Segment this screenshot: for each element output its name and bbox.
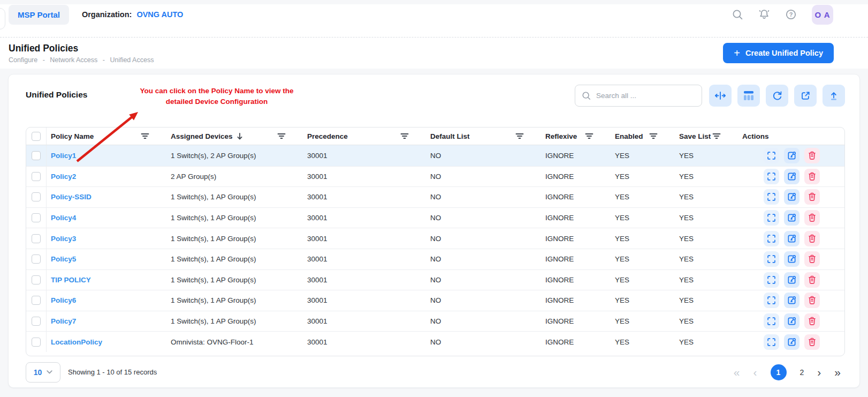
expand-icon[interactable]	[764, 148, 779, 163]
row-checkbox[interactable]	[32, 296, 41, 305]
filter-icon[interactable]	[141, 133, 149, 139]
delete-icon[interactable]	[804, 148, 820, 163]
row-checkbox[interactable]	[32, 254, 41, 264]
filter-icon[interactable]	[400, 133, 409, 139]
refresh-icon[interactable]	[766, 85, 788, 107]
edit-icon[interactable]	[784, 231, 800, 246]
column-resize-icon[interactable]	[709, 85, 732, 107]
default-list-cell: NO	[426, 235, 541, 243]
row-checkbox[interactable]	[32, 275, 41, 284]
policy-name-link[interactable]: Policy4	[51, 214, 76, 222]
last-page-icon[interactable]: »	[834, 366, 841, 378]
create-unified-policy-button[interactable]: + Create Unified Policy	[723, 43, 834, 63]
delete-icon[interactable]	[804, 251, 820, 267]
bell-icon[interactable]	[758, 9, 770, 20]
filter-icon[interactable]	[585, 133, 593, 139]
policy-name-link[interactable]: TIP POLICY	[51, 276, 91, 284]
edit-icon[interactable]	[784, 210, 800, 226]
expand-icon[interactable]	[764, 313, 779, 329]
policy-name-link[interactable]: Policy-SSID	[51, 193, 92, 201]
row-checkbox[interactable]	[32, 151, 41, 160]
select-all-checkbox[interactable]	[32, 132, 41, 141]
edit-icon[interactable]	[784, 293, 800, 308]
page-header: Unified Policies Configure - Network Acc…	[0, 38, 868, 69]
delete-icon[interactable]	[804, 313, 820, 329]
policy-name-link[interactable]: Policy1	[51, 152, 76, 160]
search-input[interactable]	[596, 92, 695, 100]
precedence-cell: 30001	[303, 235, 426, 243]
column-header-policy-name[interactable]: Policy Name	[47, 128, 166, 145]
expand-icon[interactable]	[764, 210, 779, 226]
breadcrumb-item-unified-access[interactable]: Unified Access	[110, 56, 154, 64]
assigned-devices-cell: 1 Switch(s), 1 AP Group(s)	[166, 255, 303, 263]
help-icon[interactable]: ?	[785, 9, 797, 20]
column-header-reflexive[interactable]: Reflexive	[541, 128, 611, 145]
first-page-icon[interactable]: «	[734, 366, 740, 378]
delete-icon[interactable]	[804, 293, 820, 308]
filter-icon[interactable]	[515, 133, 524, 139]
expand-icon[interactable]	[764, 334, 779, 350]
edit-icon[interactable]	[784, 313, 800, 329]
edit-icon[interactable]	[784, 189, 800, 205]
export-icon[interactable]	[794, 85, 817, 107]
expand-icon[interactable]	[764, 231, 779, 246]
edit-icon[interactable]	[784, 272, 800, 288]
row-checkbox[interactable]	[32, 172, 41, 181]
row-checkbox[interactable]	[32, 234, 41, 243]
table-row: TIP POLICY 1 Switch(s), 1 AP Group(s) 30…	[26, 269, 844, 290]
edit-icon[interactable]	[784, 251, 800, 267]
policy-name-link[interactable]: Policy7	[51, 317, 76, 325]
expand-icon[interactable]	[764, 272, 779, 288]
policy-name-link[interactable]: Policy6	[51, 296, 76, 304]
edit-icon[interactable]	[784, 334, 800, 350]
delete-icon[interactable]	[804, 189, 820, 205]
default-list-cell: NO	[426, 173, 541, 181]
reflexive-cell: IGNORE	[541, 255, 611, 263]
user-avatar[interactable]: O A	[812, 5, 833, 25]
sort-desc-icon[interactable]	[237, 132, 243, 140]
upload-icon[interactable]	[823, 85, 845, 107]
expand-icon[interactable]	[764, 169, 779, 184]
delete-icon[interactable]	[804, 210, 820, 226]
breadcrumb-item-configure[interactable]: Configure	[9, 56, 37, 64]
filter-icon[interactable]	[712, 133, 721, 139]
assigned-devices-cell: 1 Switch(s), 1 AP Group(s)	[166, 235, 303, 243]
expand-icon[interactable]	[764, 293, 779, 308]
assigned-devices-cell: 2 AP Group(s)	[166, 173, 303, 181]
columns-icon[interactable]	[737, 85, 760, 107]
policy-name-link[interactable]: Policy2	[51, 173, 76, 181]
next-page-icon[interactable]: ›	[817, 366, 821, 378]
save-list-cell: YES	[675, 173, 738, 181]
expand-icon[interactable]	[764, 189, 779, 205]
delete-icon[interactable]	[804, 272, 820, 288]
edit-icon[interactable]	[784, 148, 800, 163]
breadcrumb-item-network-access[interactable]: Network Access	[50, 56, 97, 64]
delete-icon[interactable]	[804, 169, 820, 184]
search-icon[interactable]	[732, 9, 743, 20]
delete-icon[interactable]	[804, 231, 820, 246]
page-button-2[interactable]: 2	[800, 368, 804, 377]
prev-page-icon[interactable]: ‹	[753, 366, 757, 378]
filter-icon[interactable]	[649, 133, 658, 139]
msp-portal-button[interactable]: MSP Portal	[9, 5, 69, 25]
policy-name-link[interactable]: Policy3	[51, 235, 76, 243]
filter-icon[interactable]	[277, 133, 286, 139]
column-header-precedence[interactable]: Precedence	[303, 128, 426, 145]
edit-icon[interactable]	[784, 169, 800, 184]
row-checkbox[interactable]	[32, 338, 41, 347]
policy-name-link[interactable]: Policy5	[51, 255, 76, 263]
page-button-1[interactable]: 1	[771, 364, 787, 380]
row-checkbox[interactable]	[32, 317, 41, 326]
column-header-save-list[interactable]: Save List	[675, 128, 738, 145]
column-header-enabled[interactable]: Enabled	[611, 128, 675, 145]
delete-icon[interactable]	[804, 334, 820, 350]
column-header-assigned-devices[interactable]: Assigned Devices	[166, 128, 303, 145]
expand-icon[interactable]	[764, 251, 779, 267]
policy-name-link[interactable]: LocationPolicy	[51, 338, 102, 346]
organization-value-link[interactable]: OVNG AUTO	[136, 10, 183, 19]
top-navigation-bar: MSP Portal Organization: OVNG AUTO ?	[0, 4, 868, 38]
row-checkbox[interactable]	[32, 192, 41, 201]
row-checkbox[interactable]	[32, 213, 41, 222]
column-header-default-list[interactable]: Default List	[426, 128, 541, 145]
page-size-select[interactable]: 10	[26, 362, 60, 383]
